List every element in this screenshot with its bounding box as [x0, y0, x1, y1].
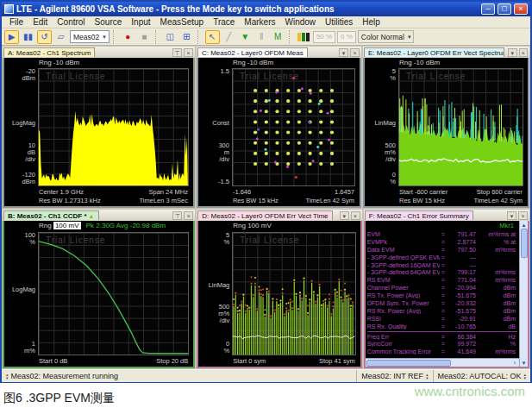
menu-item[interactable]: Window	[280, 17, 320, 27]
menu-item[interactable]: Source	[91, 17, 127, 27]
plot-area[interactable]: Trial License	[38, 68, 189, 186]
summary-unit: dBm	[476, 308, 517, 314]
split-window-icon[interactable]: ◫	[163, 30, 178, 44]
chevron-down-icon[interactable]: ▾	[339, 48, 348, 57]
scrollbar-thumb[interactable]	[521, 229, 528, 258]
spinner-icon[interactable]: ▴▾	[523, 373, 526, 380]
menu-item[interactable]: Trace	[209, 17, 239, 27]
chevron-down-icon[interactable]: ▾	[508, 48, 516, 57]
scroll-right-icon[interactable]: ›	[510, 360, 519, 366]
summary-equals: =	[440, 292, 447, 298]
menu-item[interactable]: MeasSetup	[156, 17, 209, 27]
close-icon[interactable]: ×	[519, 48, 528, 57]
chevron-down-icon: ▾	[103, 34, 106, 41]
x-axis-left1: -1.646	[233, 188, 251, 196]
scrollbar-thumb[interactable]	[366, 360, 451, 367]
y-axis-format: LogMag	[6, 286, 35, 293]
window-title: LTE - Agilent 89600 VSA Software - Press…	[16, 4, 479, 14]
panel-a-header: A: Meas02 - Ch1 Spectrum ⊤ ×	[3, 47, 195, 58]
marker-icon[interactable]: ▼	[238, 30, 253, 44]
menu-item[interactable]: Help	[358, 17, 385, 27]
chevron-down-icon[interactable]: ▾	[340, 211, 349, 220]
summary-label: EVM	[367, 231, 440, 237]
panel-b-title: B: Meas02 - Ch1 CCDF *	[8, 212, 87, 220]
spinner-icon[interactable]: ▴▾	[6, 373, 9, 380]
color-scheme-select[interactable]: Color Normal ▾	[358, 30, 415, 43]
y-axis-top: -20 dBm	[6, 68, 35, 82]
summary-label: RSSI	[367, 316, 440, 322]
menu-item[interactable]: Control	[53, 17, 89, 27]
close-icon[interactable]: ×	[184, 48, 193, 57]
stop-icon[interactable]: ■	[137, 30, 152, 44]
zoom-50-button[interactable]: 50 %	[313, 31, 335, 43]
title-bar[interactable]: LTE - Agilent 89600 VSA Software - Press…	[2, 2, 530, 16]
panel-c-constellation: C: Meas02 - Layer0 OFDM Meas ▾ × Rng -10…	[197, 47, 361, 208]
slope-icon[interactable]: ╱	[222, 30, 236, 44]
y-axis-top: 1.5	[200, 68, 229, 75]
panel-f-title: F: Meas02 - Ch1 Error Summary	[369, 212, 469, 220]
y-axis-top: 5 %	[200, 232, 229, 246]
pin-icon[interactable]: ⊤	[172, 211, 182, 220]
range-value[interactable]: 100 mV	[53, 222, 81, 229]
marker-m-icon[interactable]: M	[271, 30, 285, 44]
panel-b-tab[interactable]: B: Meas02 - Ch1 CCDF *▲	[3, 210, 99, 220]
y-axis-scale: 300 m /div	[200, 142, 229, 163]
panel-c-tab[interactable]: C: Meas02 - Layer0 OFDM Meas	[197, 47, 308, 57]
summary-label: RS Rx. Quality	[367, 323, 440, 330]
chevron-down-icon[interactable]: ▾	[507, 211, 516, 220]
summary-row: RS Rx. Power (Avg) = -51.675 dBm	[367, 307, 517, 315]
layout-grid-icon[interactable]: ⊞	[179, 30, 194, 44]
x-axis-right1: Stop 600 carrier	[477, 188, 523, 196]
vertical-scrollbar[interactable]: ▴ ▾	[519, 221, 528, 367]
scroll-up-icon[interactable]: ▴	[523, 221, 526, 229]
chevron-down-icon: ▾	[408, 34, 411, 41]
x-axis-right1: Span 24 MHz	[148, 188, 187, 196]
minimize-button[interactable]: –	[481, 3, 495, 15]
panel-f-tab[interactable]: F: Meas02 - Ch1 Error Summary	[365, 210, 473, 220]
play-icon[interactable]: ▶	[4, 30, 19, 44]
plot-area[interactable]: Trial License	[38, 232, 189, 355]
close-button[interactable]: ×	[514, 3, 528, 15]
warning-icon: ▲	[89, 213, 95, 219]
panel-d-err-vect-time: D: Meas02 - Layer0 OFDM Err Vect Time ▾ …	[197, 210, 361, 368]
panel-b-ccdf: B: Meas02 - Ch1 CCDF *▲ ⊤ × Rng 100 mV P…	[3, 210, 195, 368]
marker-link[interactable]: Mkr1	[499, 222, 514, 230]
band-markers-icon[interactable]: ‖	[254, 30, 269, 44]
menu-item[interactable]: File	[5, 17, 28, 27]
menu-item[interactable]: Edit	[28, 17, 52, 27]
menu-item[interactable]: Utilities	[321, 17, 357, 27]
restore-button[interactable]: □	[498, 3, 511, 15]
close-icon[interactable]: ×	[351, 211, 360, 220]
restart-icon[interactable]: ↺	[37, 30, 52, 44]
plot-area[interactable]: Trial License	[232, 232, 355, 355]
scroll-down-icon[interactable]: ▾	[523, 359, 526, 367]
cursor-icon[interactable]: ↖	[205, 30, 220, 44]
summary-row: Channel Power = -20.994 dBm	[367, 284, 517, 292]
plot-area[interactable]: Trial License	[398, 68, 523, 186]
menu-item[interactable]: Markers	[240, 17, 279, 27]
close-icon[interactable]: ×	[350, 48, 360, 57]
panel-e-tab[interactable]: E: Meas02 - Layer0 OFDM Err Vect Spectru…	[364, 47, 504, 57]
plot-area[interactable]: Trial License	[232, 68, 355, 186]
pin-icon[interactable]: ⊤	[172, 48, 182, 57]
error-summary-table: EVM = 791.47 m%rms at EVMPk	[366, 230, 519, 358]
horizontal-scrollbar[interactable]: ›	[366, 358, 519, 367]
pause-icon[interactable]: ▮▮	[21, 30, 35, 44]
panel-a-tab[interactable]: A: Meas02 - Ch1 Spectrum	[3, 47, 95, 57]
summary-equals: =	[440, 277, 447, 283]
status-int-ref-text: Meas02: INT REF	[361, 372, 423, 380]
close-icon[interactable]: ×	[184, 211, 193, 220]
record-icon[interactable]: ●	[121, 30, 135, 44]
trigger-icon[interactable]: ▱	[53, 30, 68, 44]
meas-select[interactable]: Meas02 ▾	[70, 30, 110, 43]
panel-c-body: Rng -10 dBm Trial License 1.5 Const 300 …	[197, 58, 361, 208]
panel-d-tab[interactable]: D: Meas02 - Layer0 OFDM Err Vect Time	[197, 210, 332, 220]
summary-row: - 3GPP-defined 64QAM EVM = 799.17 m%rms	[367, 268, 517, 276]
toolbar-separator	[197, 30, 202, 44]
spinner-icon[interactable]: ▴▾	[426, 373, 429, 380]
menu-item[interactable]: Input	[127, 17, 154, 27]
close-icon[interactable]: ×	[518, 211, 528, 220]
zoom-0-button[interactable]: 0 %	[337, 31, 356, 43]
trace-colors-icon[interactable]	[297, 30, 311, 44]
y-axis-format: LinMag	[366, 120, 396, 127]
